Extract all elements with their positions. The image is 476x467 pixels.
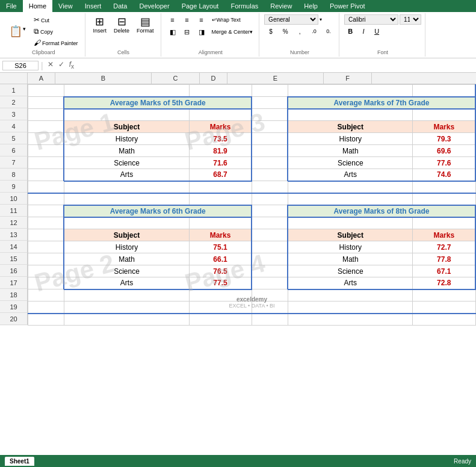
cell-d1[interactable] xyxy=(252,85,288,97)
cell-f1[interactable] xyxy=(413,85,475,97)
cell-e16[interactable]: Science xyxy=(288,265,413,277)
row-header-17[interactable]: 17 xyxy=(0,277,28,289)
cell-a12[interactable] xyxy=(28,217,64,229)
cell-d10[interactable] xyxy=(252,193,288,205)
cell-b18[interactable] xyxy=(64,289,189,302)
cell-f17[interactable]: 72.8 xyxy=(413,277,475,289)
cell-d18[interactable] xyxy=(252,289,288,302)
align-bottom-button[interactable]: ≡ xyxy=(195,14,208,25)
cell-c6[interactable]: 81.9 xyxy=(189,145,252,157)
cell-e8[interactable]: Arts xyxy=(288,169,413,181)
cell-a7[interactable] xyxy=(28,157,64,169)
cell-c9[interactable] xyxy=(189,181,252,193)
cell-b19[interactable] xyxy=(64,302,189,314)
font-name-select[interactable]: Calibri xyxy=(344,14,398,25)
cell-b15[interactable]: Math xyxy=(64,253,189,265)
cell-c14[interactable]: 75.1 xyxy=(189,241,252,253)
row-header-20[interactable]: 20 xyxy=(0,313,28,325)
cell-b10[interactable] xyxy=(64,193,189,205)
paste-button[interactable]: 📋 ▾ xyxy=(6,24,29,39)
cell-d9[interactable] xyxy=(252,181,288,193)
row-header-5[interactable]: 5 xyxy=(0,132,28,144)
cell-b14[interactable]: History xyxy=(64,241,189,253)
cell-f7[interactable]: 77.6 xyxy=(413,157,475,169)
currency-button[interactable]: $ xyxy=(264,26,277,37)
increase-decimal-button[interactable]: .0 xyxy=(308,26,321,37)
cell-e4-header[interactable]: Subject xyxy=(288,121,413,133)
row-header-11[interactable]: 11 xyxy=(0,205,28,217)
cell-d16[interactable] xyxy=(252,265,288,277)
cell-c19[interactable] xyxy=(189,302,252,314)
cell-name-input[interactable] xyxy=(2,61,39,70)
comma-button[interactable]: , xyxy=(293,26,306,37)
cell-a8[interactable] xyxy=(28,169,64,181)
cell-f5[interactable]: 79.3 xyxy=(413,133,475,145)
cell-a17[interactable] xyxy=(28,277,64,289)
cell-a11[interactable] xyxy=(28,205,64,217)
cell-e17[interactable]: Arts xyxy=(288,277,413,289)
tab-view[interactable]: View xyxy=(52,0,79,12)
cell-b20[interactable] xyxy=(64,314,189,326)
cell-f14[interactable]: 72.7 xyxy=(413,241,475,253)
cell-f9[interactable] xyxy=(413,181,475,193)
cell-d15[interactable] xyxy=(252,253,288,265)
tab-formulas[interactable]: Formulas xyxy=(224,0,264,12)
cell-e2-title[interactable]: Average Marks of 7th Grade xyxy=(288,97,475,109)
font-size-select[interactable]: 11 xyxy=(400,14,421,25)
cell-b12[interactable] xyxy=(64,217,189,229)
formula-input[interactable] xyxy=(78,62,474,69)
bold-button[interactable]: B xyxy=(344,26,356,37)
cell-c20[interactable] xyxy=(189,314,252,326)
cell-d12[interactable] xyxy=(252,217,288,229)
cell-e18[interactable] xyxy=(288,289,413,302)
cell-b5[interactable]: History xyxy=(64,133,189,145)
tab-review[interactable]: Review xyxy=(264,0,298,12)
cell-d3[interactable] xyxy=(252,109,288,121)
align-center-button[interactable]: ⊟ xyxy=(181,26,194,37)
cell-c8[interactable]: 68.7 xyxy=(189,169,252,181)
cell-f8[interactable]: 74.6 xyxy=(413,169,475,181)
cell-a2[interactable] xyxy=(28,97,64,109)
cell-f6[interactable]: 69.6 xyxy=(413,145,475,157)
cell-a13[interactable] xyxy=(28,229,64,241)
cell-c16[interactable]: 76.5 xyxy=(189,265,252,277)
cell-d20[interactable] xyxy=(252,314,288,326)
cell-b7[interactable]: Science xyxy=(64,157,189,169)
cell-a6[interactable] xyxy=(28,145,64,157)
cell-a20[interactable] xyxy=(28,314,64,326)
cell-a15[interactable] xyxy=(28,253,64,265)
tab-insert[interactable]: Insert xyxy=(79,0,108,12)
cell-d6[interactable] xyxy=(252,145,288,157)
align-right-button[interactable]: ◨ xyxy=(195,26,208,37)
cell-e20[interactable] xyxy=(288,314,413,326)
row-header-14[interactable]: 14 xyxy=(0,241,28,253)
row-header-2[interactable]: 2 xyxy=(0,96,28,108)
cell-b6[interactable]: Math xyxy=(64,145,189,157)
cell-b11-title[interactable]: Average Marks of 6th Grade xyxy=(64,205,252,217)
cell-c13-header[interactable]: Marks xyxy=(189,229,252,241)
row-header-16[interactable]: 16 xyxy=(0,265,28,277)
cell-e11-title[interactable]: Average Marks of 8th Grade xyxy=(288,205,475,217)
insert-button[interactable]: ⊞ Insert xyxy=(90,14,110,36)
cell-d17[interactable] xyxy=(252,277,288,289)
row-header-12[interactable]: 12 xyxy=(0,217,28,229)
col-header-c[interactable]: C xyxy=(152,73,200,84)
row-header-6[interactable]: 6 xyxy=(0,144,28,156)
number-format-select[interactable]: General xyxy=(264,14,318,25)
cell-b16[interactable]: Science xyxy=(64,265,189,277)
cell-f4-header[interactable]: Marks xyxy=(413,121,475,133)
row-header-1[interactable]: 1 xyxy=(0,84,28,96)
cell-b17[interactable]: Arts xyxy=(64,277,189,289)
cell-e6[interactable]: Math xyxy=(288,145,413,157)
col-header-f[interactable]: F xyxy=(324,73,372,84)
cell-c1[interactable] xyxy=(189,85,252,97)
tab-page-layout[interactable]: Page Layout xyxy=(176,0,225,12)
cell-c18[interactable] xyxy=(189,289,252,302)
col-header-b[interactable]: B xyxy=(55,73,152,84)
cell-f20[interactable] xyxy=(413,314,475,326)
cell-a1[interactable] xyxy=(28,85,64,97)
tab-developer[interactable]: Developer xyxy=(134,0,176,12)
cell-e9[interactable] xyxy=(288,181,413,193)
cell-c7[interactable]: 71.6 xyxy=(189,157,252,169)
cell-f15[interactable]: 77.8 xyxy=(413,253,475,265)
